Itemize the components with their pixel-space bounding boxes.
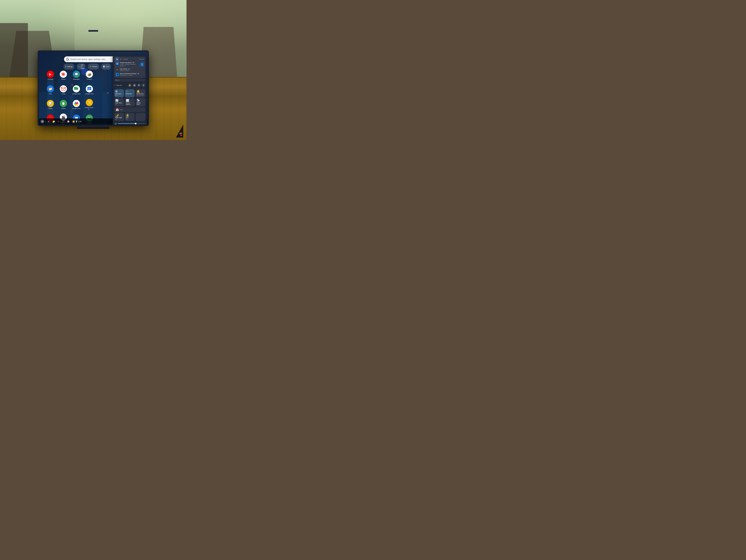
toggle-grid-row3: 🌙 Night Light Off 🔒 VPN Off (114, 113, 145, 121)
volume-slider-fill (118, 123, 136, 124)
files-label: Files (49, 93, 52, 95)
laptop-base (77, 126, 110, 129)
taskbar-time: 2:42 (78, 121, 81, 122)
ap-red-dot (180, 134, 182, 136)
app-slot-empty-1 (96, 68, 109, 83)
youtube-icon: ▶ (47, 71, 54, 78)
calendar-item[interactable]: 📅 Cale... (114, 107, 145, 112)
laptop-screen: Search your device, apps, settings, web.… (38, 51, 148, 125)
show-all-button[interactable]: Show all (139, 58, 144, 60)
keep-label: Google Keep - N... (84, 107, 95, 110)
notif-books-icon: 📚 (116, 58, 119, 61)
app-photos[interactable]: Photos (59, 70, 68, 81)
shortcut-caret[interactable]: 📝 Caret (102, 63, 111, 70)
toggle-bluetooth[interactable]: ⬡ Bluetooth (125, 89, 135, 97)
vpn-toggle-icon: 🔒 (126, 114, 134, 116)
play-store-notif: Play S... (114, 79, 145, 82)
toggle-screencapture[interactable]: ⬜ Screen capture (125, 98, 135, 107)
notif-cod-icon: 🎮 (119, 58, 122, 61)
app-gmail[interactable]: Gmail (59, 84, 68, 96)
notification-books-text: Google Play Books · 3h Cytonic - Brandon… (120, 62, 138, 67)
autorotate-toggle-label: Auto-rotate (115, 102, 123, 104)
search-placeholder-text: Search your device, apps, settings, web.… (70, 58, 116, 60)
photos-label: Photos (61, 79, 66, 80)
notif-remote-body: Connected to 1 session (120, 75, 144, 76)
app-chat[interactable]: Google Chat (84, 84, 94, 96)
notification-item-remote[interactable]: 🖥 Microsoft Remote Desktop · 4d Connecte… (116, 72, 144, 77)
shortcut-callofduty[interactable]: 🎮 Call of Duty (77, 63, 85, 70)
app-slides[interactable]: 📊 Slides (46, 99, 55, 111)
volume-icon: 🔊 (114, 122, 117, 125)
callofduty-chip-icon: 🎮 (78, 66, 80, 67)
bluetooth-toggle-label: Bluetooth (126, 93, 134, 94)
toggle-vpn[interactable]: 🔒 VPN Off (125, 113, 135, 121)
android-police-watermark: AP (169, 124, 183, 138)
power-off-icon[interactable]: ⏻ (133, 84, 136, 87)
taskbar-chrome[interactable] (47, 119, 51, 124)
app-sheets[interactable]: 📋 Sheets (59, 99, 68, 111)
svg-point-5 (42, 121, 43, 122)
books-app-icon: 📚 (116, 62, 119, 65)
volume-slider[interactable] (118, 123, 145, 124)
app-drive[interactable]: Google Drive (71, 99, 82, 111)
app-chrome[interactable]: Chrome (85, 70, 94, 81)
tray-network-icon: 📶 (73, 120, 75, 123)
app-files[interactable]: 📁 Files (46, 84, 55, 96)
taskbar-files[interactable]: 📁 (52, 119, 56, 124)
toggle-grid-row2: 🔄 Auto-rotate On ⬜ Screen capture 📡 Near… (114, 98, 145, 107)
files-icon: 📁 (47, 85, 54, 92)
screencapture-toggle-icon: ⬜ (126, 99, 134, 102)
remote-app-icon: 🖥 (116, 73, 119, 76)
tray-battery-icon: 🔋 (76, 120, 78, 123)
app-youtube[interactable]: ▶ YouTube (46, 70, 55, 81)
app-meet[interactable]: Google Meet (71, 84, 82, 96)
power-row: ↩ Sign out 🔒 ⏻ ⚙ ⊻ (114, 83, 145, 88)
lock-icon[interactable]: 🔒 (128, 84, 132, 87)
settings-icon[interactable]: ⚙ (137, 84, 141, 87)
app-slot-empty-2 (96, 83, 109, 97)
app-keep[interactable]: 📒 Google Keep - N... (83, 98, 96, 111)
taskbar-photos[interactable]: 🌸 (66, 119, 70, 124)
taskbar-photos-icon: 🌸 (67, 120, 69, 123)
shortcut-settings[interactable]: ⚙ Settings (64, 63, 74, 70)
volume-slider-thumb[interactable] (135, 123, 137, 124)
calendar-label: Cale... (120, 109, 144, 111)
gmail-label: Gmail (61, 93, 65, 95)
system-tray[interactable]: 📶 🔋 2:42 (73, 120, 81, 123)
taskbar-chrome-icon (48, 120, 50, 123)
notif-books-body: Brade is a... (120, 65, 138, 67)
expand-icon[interactable]: ⊻ (142, 84, 145, 87)
nearbyvisib-toggle-label: Nearby visib... (137, 102, 144, 105)
power-icons-group: 🔒 ⏻ ⚙ ⊻ (128, 84, 145, 87)
dokeopen-toggle-label: DokeOpen (115, 93, 123, 94)
toggle-autorotate[interactable]: 🔄 Auto-rotate On (114, 98, 124, 107)
taskbar-youtube-icon: ▶ (58, 120, 59, 123)
toggle-dokeopen[interactable]: ⊞ DokeOpen More (114, 89, 124, 97)
caret-chip-icon: 📝 (103, 66, 105, 67)
chromeos-screen: Search your device, apps, settings, web.… (39, 52, 147, 124)
notification-item-cod[interactable]: 🎮 Call of Duty · 1d Maintain Control... (116, 67, 144, 72)
meet-label: Google Meet (72, 93, 81, 95)
toggle-nearbyvisib[interactable]: 📡 Nearby visib... (136, 98, 145, 107)
notif-remote-app-name: Microsoft Remote Desktop · 4d (120, 73, 144, 75)
shortcut-camera[interactable]: 📷 Camera (88, 63, 99, 70)
notification-item-books[interactable]: 📚 Google Play Books · 3h Cytonic - Brand… (116, 61, 144, 67)
toggle-nightlight[interactable]: 🌙 Night Light Off (114, 113, 124, 121)
notif-cod-app-name: Call of Duty · 1d (120, 68, 144, 70)
launcher-button[interactable] (40, 119, 45, 124)
slides-icon: 📊 (47, 100, 54, 107)
settings-chip-label: Settings (67, 66, 73, 67)
notif-books-title: Cytonic - Brandon Sanderson (120, 63, 138, 65)
taskbar-youtube[interactable]: ▶ (56, 119, 61, 124)
cod-app-icon: 🎮 (116, 68, 119, 71)
toggle-notifications[interactable]: 🔔 Notifications Do not disturb (136, 89, 145, 97)
notifications-toggle-sublabel: Do not disturb (137, 95, 144, 96)
app-messages[interactable]: 💬 Messages (72, 70, 81, 81)
notification-book-thumbnail: 📘 (139, 62, 144, 66)
taskbar-ytmusic[interactable]: 🎵 (61, 119, 65, 124)
autorotate-toggle-icon: 🔄 (115, 99, 123, 102)
sign-out-button[interactable]: ↩ Sign out (114, 84, 122, 86)
messages-label: Messages (73, 79, 80, 80)
notif-more-count: +2 more (123, 58, 128, 60)
keep-icon: 📒 (86, 99, 93, 106)
